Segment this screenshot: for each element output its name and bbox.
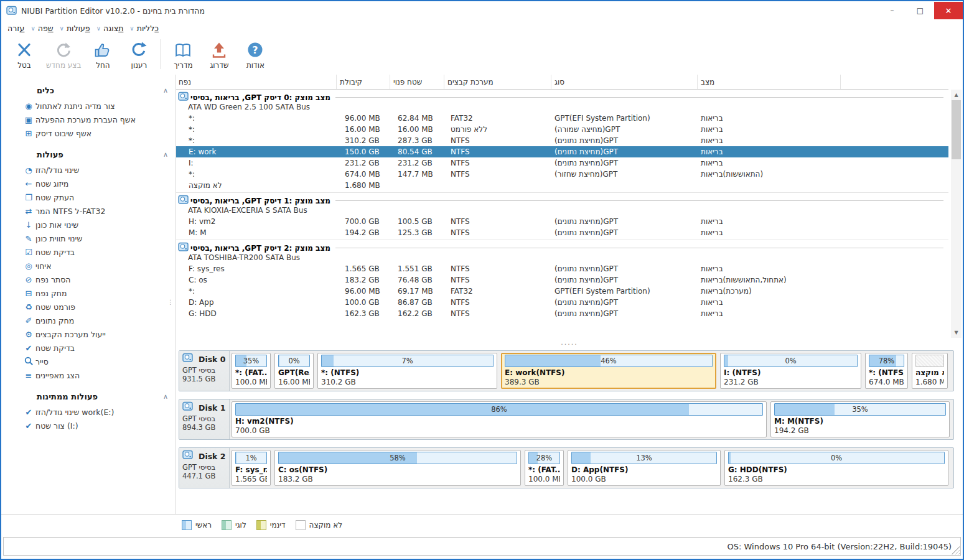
volume-row-2-1[interactable]: C: os183.2 GB76.48 GBNTFS(מחיצת נתונים)G…: [176, 274, 948, 286]
partition-name: H: vm2(NTFS): [235, 416, 763, 426]
column-header-2[interactable]: שטח פנוי: [390, 75, 444, 89]
toolbar-button-5[interactable]: שדרוג: [201, 37, 237, 70]
scroll-up-icon[interactable]: ▲: [951, 90, 962, 100]
disk-panel-label[interactable]: Disk 0GPT בסיסי931.5 GB: [179, 351, 230, 391]
volume-row-0-2[interactable]: *:310.2 GB287.3 GBNTFS(מחיצת נתונים)GPTב…: [176, 135, 948, 146]
disk-panel-1: Disk 1GPT בסיסי894.3 GB86%H: vm2(NTFS)70…: [179, 399, 954, 440]
volume-row-0-4[interactable]: I:231.2 GB231.2 GBNTFS(מחיצת נתונים)GPTב…: [176, 157, 948, 169]
sidebar-item-1-11[interactable]: ✐מחק נתונים: [1, 314, 175, 327]
partition-block-2-4[interactable]: 0%G: HDD(NTFS)162.3 GB: [724, 450, 948, 486]
sidebar-item-1-2[interactable]: ❐העתק שטח: [1, 190, 175, 204]
column-header-3[interactable]: מערכת קבצים: [444, 75, 551, 89]
minimize-button[interactable]: –: [878, 2, 906, 19]
disk-panel-label[interactable]: Disk 2GPT בסיסי447.1 GB: [179, 448, 230, 488]
sidebar-item-1-1[interactable]: ←מיזוג שטח: [1, 177, 175, 190]
menu-item-2[interactable]: ∨פעולות: [60, 24, 90, 33]
partition-block-2-1[interactable]: 58%C: os(NTFS)183.2 GB: [274, 450, 521, 486]
partition-block-2-3[interactable]: 13%D: App(NTFS)100.0 GB: [568, 450, 721, 486]
sidebar-item-0-1[interactable]: ▣אשף העברת מערכת ההפעלה: [1, 113, 175, 126]
sidebar-item-2-1[interactable]: ✔צור שטח (I:): [1, 419, 175, 432]
partition-block-2-2[interactable]: 28%*: (FAT...100.0 MB: [525, 450, 564, 486]
volume-row-0-3[interactable]: E: work150.0 GB80.54 GBNTFS(מחיצת נתונים…: [176, 146, 948, 157]
partition-block-0-0[interactable]: 35%*: (FAT...100.0 MB: [232, 353, 271, 389]
resize-grip[interactable]: [952, 546, 960, 554]
sidebar-section-2[interactable]: פעולות ממתינות∧: [1, 388, 175, 405]
sidebar-item-1-7[interactable]: ◎איחוי: [1, 259, 175, 273]
toolbar-button-4[interactable]: מדריך: [165, 37, 201, 70]
menu-item-4[interactable]: ∨כלליות: [129, 24, 159, 33]
chevron-up-icon[interactable]: ∧: [163, 151, 168, 159]
toolbar-button-3[interactable]: רענון: [121, 37, 157, 70]
partition-block-1-0[interactable]: 86%H: vm2(NTFS)700.0 GB: [232, 401, 767, 437]
cell-free: 80.54 GB: [390, 147, 444, 156]
table-panel-splitter[interactable]: .....: [176, 338, 963, 347]
disk-type-line: GPT בסיסי: [182, 414, 227, 423]
volume-row-0-6[interactable]: לא מוקצה1.680 MB: [176, 180, 948, 191]
main-area: כלים∧◉צור מדיה ניתנת לאתחול▣אשף העברת מע…: [1, 75, 963, 514]
partition-block-0-6[interactable]: לא מוקצה1.680 MB: [912, 353, 948, 389]
scroll-down-icon[interactable]: ▼: [951, 327, 962, 338]
menu-item-0[interactable]: עזרה: [7, 24, 24, 33]
sidebar-item-1-10[interactable]: ♻פורמט שטח: [1, 300, 175, 314]
partition-block-2-0[interactable]: 1%F: sys_r...1.565 GB: [232, 450, 271, 486]
volume-row-2-2[interactable]: *:96.00 MB69.17 MBFAT32GPT(EFI System Pa…: [176, 286, 948, 297]
sidebar-splitter-handle[interactable]: ⋮: [167, 301, 174, 304]
sidebar-item-1-4[interactable]: ↓שינוי אות כונן: [1, 218, 175, 231]
sidebar-item-label: איחוי: [35, 261, 52, 271]
toolbar-button-1[interactable]: בצע מחדש: [42, 37, 85, 70]
partition-block-0-3[interactable]: 46%E: work(NTFS)389.3 GB: [501, 353, 716, 389]
guide-icon: [173, 39, 193, 60]
partition-block-1-1[interactable]: 35%M: M(NTFS)194.2 GB: [770, 401, 950, 437]
volume-row-2-0[interactable]: F: sys_res1.565 GB1.551 GBNTFS(מחיצת נתו…: [176, 263, 948, 274]
used-percent-label: 1%: [236, 452, 266, 464]
toolbar-button-0[interactable]: בטל: [6, 37, 42, 70]
sidebar-item-1-8[interactable]: ⊘הסתר נפח: [1, 273, 175, 286]
sidebar-item-1-6[interactable]: ☑בדיקת שטח: [1, 245, 175, 259]
volume-row-1-1[interactable]: M: M194.2 GB125.3 GBNTFS(מחיצת נתונים)GP…: [176, 227, 948, 238]
sidebar-item-2-0[interactable]: ✔שינוי גודל/הזז work(E:): [1, 405, 175, 419]
sidebar-section-0[interactable]: כלים∧: [1, 82, 175, 99]
volume-row-2-4[interactable]: G: HDD162.3 GB162.2 GBNTFS(מחיצת נתונים)…: [176, 308, 948, 319]
sidebar-item-1-9[interactable]: ⊟מחק נפח: [1, 286, 175, 300]
volume-row-2-3[interactable]: D: App100.0 GB86.87 GBNTFS(מחיצת נתונים)…: [176, 297, 948, 308]
column-header-4[interactable]: סוג: [551, 75, 698, 89]
volume-row-0-1[interactable]: *:16.00 MB16.00 MBללא פורמט(מחיצה שמורה)…: [176, 124, 948, 135]
sidebar-item-1-13[interactable]: ✔בדיקת שטח: [1, 341, 175, 355]
sidebar-item-1-12[interactable]: ⚙ייעול מערכת הקבצים: [1, 327, 175, 341]
sidebar-item-0-0[interactable]: ◉צור מדיה ניתנת לאתחול: [1, 99, 175, 113]
column-header-0[interactable]: נפח: [176, 75, 337, 89]
group-rule-line: [335, 248, 943, 248]
maximize-button[interactable]: □: [906, 2, 934, 19]
cell-cap: 231.2 GB: [337, 159, 390, 167]
vertical-scrollbar[interactable]: ▲ ▼: [951, 90, 962, 338]
partition-block-0-1[interactable]: 0%GPT(Re...16.00 MB: [274, 353, 314, 389]
partition-block-0-4[interactable]: 0%I: (NTFS)231.2 GB: [720, 353, 861, 389]
sidebar-item-1-5[interactable]: ✎שינוי תווית כונן: [1, 231, 175, 245]
check-done-icon: ✔: [22, 408, 35, 416]
volume-row-0-5[interactable]: *:674.0 MB147.7 MBNTFS(מחיצת שחזור)GPTבר…: [176, 169, 948, 180]
partition-block-0-2[interactable]: 7%*: (NTFS)310.2 GB: [317, 353, 497, 389]
column-header-1[interactable]: קיבולת: [337, 75, 390, 89]
sidebar-item-1-0[interactable]: ◔שינוי גודל/הזז: [1, 163, 175, 177]
close-button[interactable]: ✕: [934, 2, 963, 19]
chevron-up-icon[interactable]: ∧: [163, 393, 168, 401]
sidebar-item-1-3[interactable]: ⇄המר NTFS ל-FAT32: [1, 204, 175, 218]
sidebar-section-1[interactable]: פעולות∧: [1, 146, 175, 163]
partition-block-0-5[interactable]: 78%*: (NTFS)674.0 MB: [865, 353, 908, 389]
menu-item-1[interactable]: ∨שפה: [30, 24, 53, 33]
toolbar-button-6[interactable]: ?אודות: [237, 37, 273, 70]
chevron-up-icon[interactable]: ∧: [163, 86, 168, 95]
sidebar-item-0-2[interactable]: ⊞אשף שיבוט דיסק: [1, 126, 175, 140]
volume-row-1-0[interactable]: H: vm2700.0 GB100.5 GBNTFS(מחיצת נתונים)…: [176, 216, 948, 227]
column-header-6[interactable]: [841, 75, 948, 89]
column-header-5[interactable]: מצב: [698, 75, 841, 89]
sidebar-item-1-15[interactable]: ≡הצג מאפיינים: [1, 368, 175, 382]
toolbar-button-2[interactable]: החל: [85, 37, 121, 70]
menu-item-3[interactable]: ∨תצוגה: [96, 24, 124, 33]
sidebar-item-1-14[interactable]: סייר: [1, 355, 175, 368]
scrollbar-thumb[interactable]: [952, 100, 961, 159]
title-bar[interactable]: NIUBI Partition Editor v10.2.0 - מהדורת …: [1, 1, 963, 20]
disk-panel-label[interactable]: Disk 1GPT בסיסי894.3 GB: [179, 399, 230, 439]
cell-fs: FAT32: [444, 114, 551, 123]
volume-row-0-0[interactable]: *:96.00 MB62.84 MBFAT32GPT(EFI System Pa…: [176, 113, 948, 124]
